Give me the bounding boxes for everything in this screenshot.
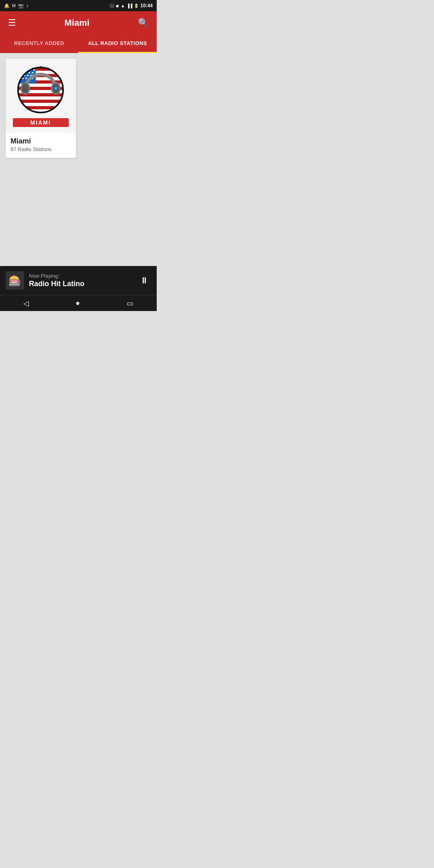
- tab-all-radio-stations[interactable]: ALL RADIO STATIONS: [78, 35, 157, 53]
- svg-point-41: [20, 75, 22, 76]
- tab-recently-added[interactable]: RECENTLY ADDED: [0, 35, 78, 53]
- pause-button[interactable]: ⏸: [137, 273, 151, 288]
- notification-icon: 🔔: [4, 3, 10, 8]
- svg-rect-23: [18, 100, 63, 103]
- app-header: ☰ Miami 🔍: [0, 11, 157, 35]
- station-card[interactable]: MIAMI Miami 87 Radio Stations: [6, 59, 76, 158]
- now-playing-bar: 🎰 Now Playing: Radio Hit Latino ⏸: [0, 266, 157, 295]
- page-title: Miami: [18, 18, 136, 28]
- search-button[interactable]: 🔍: [136, 16, 150, 30]
- svg-point-47: [25, 78, 27, 79]
- wifi-icon: ▲: [121, 3, 125, 8]
- recent-apps-button[interactable]: ▭: [119, 297, 141, 310]
- now-playing-title: Radio Hit Latino: [29, 280, 133, 288]
- gmail-icon: M: [12, 3, 16, 8]
- camera-icon: 📷: [18, 3, 24, 8]
- now-playing-info: Now Playing: Radio Hit Latino: [29, 273, 133, 288]
- cast-icon: ⬛: [109, 4, 114, 8]
- svg-text:MIAMI: MIAMI: [30, 119, 51, 126]
- station-name: Miami: [10, 137, 71, 145]
- svg-point-52: [22, 84, 29, 93]
- back-button[interactable]: ◁: [15, 297, 37, 310]
- svg-point-32: [20, 69, 22, 71]
- menu-button[interactable]: ☰: [6, 16, 18, 30]
- status-right-icons: ⬛ ◆ ▲ ▐▐ 🔋 10:44: [109, 3, 153, 8]
- tabs-bar: RECENTLY ADDED ALL RADIO STATIONS: [0, 35, 157, 53]
- svg-point-43: [27, 75, 29, 76]
- svg-point-33: [24, 69, 25, 71]
- svg-point-40: [32, 72, 33, 74]
- station-card-image: MIAMI: [6, 59, 76, 133]
- main-content: MIAMI Miami 87 Radio Stations: [0, 53, 157, 266]
- station-card-info: Miami 87 Radio Stations: [6, 133, 76, 158]
- jukebox-icon: 🎰: [6, 271, 24, 290]
- status-left-icons: 🔔 M 📷 ♪: [4, 3, 29, 8]
- svg-point-39: [29, 72, 30, 74]
- time: 10:44: [140, 3, 153, 8]
- now-playing-label: Now Playing:: [29, 273, 133, 279]
- music-icon: ♪: [26, 3, 29, 8]
- status-bar: 🔔 M 📷 ♪ ⬛ ◆ ▲ ▐▐ 🔋 10:44: [0, 0, 157, 11]
- battery-icon: 🔋: [134, 4, 139, 8]
- signal-icon: ▐▐: [127, 4, 132, 8]
- station-count: 87 Radio Stations: [10, 146, 71, 152]
- home-button[interactable]: ●: [68, 297, 88, 310]
- svg-point-37: [22, 72, 24, 74]
- location-icon: ◆: [116, 4, 119, 8]
- svg-rect-29: [18, 96, 63, 100]
- svg-point-57: [55, 88, 56, 89]
- bottom-nav: ◁ ● ▭: [0, 295, 157, 311]
